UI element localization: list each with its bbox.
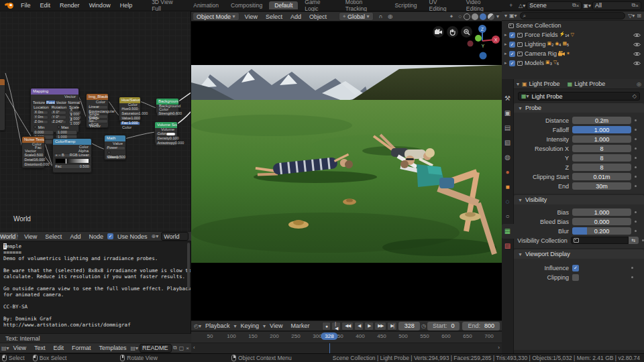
node-menu-select[interactable]: Select: [41, 233, 66, 240]
colorramp-handle[interactable]: [65, 158, 67, 164]
colorramp-fac-value[interactable]: 0.500: [80, 165, 89, 169]
falloff-slider[interactable]: 1.000: [572, 126, 631, 133]
new-collection-icon[interactable]: ⊞: [637, 13, 641, 19]
world-dropdown-icon[interactable]: ▾: [156, 233, 158, 239]
blur-slider[interactable]: 0.200: [572, 227, 631, 235]
chevron-down-icon[interactable]: ▾: [515, 13, 517, 19]
noise-scale-value[interactable]: 0.500: [34, 154, 43, 158]
tab-texture[interactable]: ▨: [502, 239, 514, 253]
animate-dot[interactable]: [631, 267, 633, 269]
volscatter-color-swatch[interactable]: [166, 133, 175, 135]
outliner-row-models[interactable]: ▸ ✓ Models ▣3 ▽6: [502, 58, 644, 68]
node-menu-view[interactable]: View: [20, 233, 41, 240]
transform-orientation-dropdown[interactable]: ⌖ Global ▾: [339, 12, 374, 21]
eye-icon[interactable]: [633, 52, 641, 56]
expander-icon[interactable]: ▸: [504, 60, 509, 66]
chevron-down-icon[interactable]: ▾: [527, 93, 529, 99]
expander-icon[interactable]: ▸: [504, 51, 509, 56]
shading-solid-button[interactable]: [472, 13, 478, 20]
breadcrumb-data[interactable]: Light Probe: [574, 80, 605, 87]
outliner-row-scene-collection[interactable]: Scene Collection: [502, 21, 644, 30]
gizmos-toggle-icon[interactable]: ⌖: [446, 13, 458, 20]
eye-icon[interactable]: [633, 42, 641, 47]
tl-menu-view[interactable]: View: [266, 322, 286, 329]
resolution-z-field[interactable]: 8: [572, 164, 631, 171]
tab-world[interactable]: ●: [502, 165, 514, 180]
close-icon[interactable]: ×: [186, 345, 189, 351]
use-nodes-checkbox[interactable]: ✓: [107, 233, 113, 239]
shading-wireframe-button[interactable]: [464, 13, 470, 20]
menu-help[interactable]: Help: [115, 2, 138, 9]
chevron-down-icon[interactable]: ▾: [632, 13, 635, 19]
world-name-field[interactable]: World: [161, 232, 189, 241]
mode-dropdown[interactable]: Object Mode ▾: [193, 12, 239, 21]
blender-logo-icon[interactable]: [5, 3, 13, 9]
env-color-space[interactable]: Color Sp... sRGB: [87, 119, 108, 124]
animate-dot[interactable]: [635, 230, 637, 232]
text-menu-edit[interactable]: Edit: [49, 345, 68, 351]
tab-render[interactable]: ▣: [502, 106, 514, 121]
navigation-gizmo[interactable]: Z X Y: [465, 23, 500, 61]
noise-detail-value[interactable]: 16.000: [34, 158, 46, 162]
distance-field[interactable]: 0.2m: [572, 117, 631, 124]
breadcrumb-object[interactable]: Light Probe: [529, 80, 560, 87]
view-layer-dropdown-icon[interactable]: ▾: [588, 3, 591, 9]
viewport-3d[interactable]: Z X Y: [191, 21, 502, 320]
node-colorramp[interactable]: ColorRamp Color Alpha + − BRGB Linear Fa…: [52, 138, 92, 173]
collection-checkbox[interactable]: ✓: [509, 60, 515, 66]
menu-file[interactable]: File: [16, 2, 36, 9]
overlays-toggle-icon[interactable]: ◌: [457, 13, 463, 19]
play-button[interactable]: ▶: [364, 322, 374, 330]
chevron-down-icon[interactable]: ▾: [517, 81, 519, 87]
use-nodes-label[interactable]: Use Nodes: [113, 233, 152, 240]
menu-edit[interactable]: Edit: [36, 2, 56, 9]
expander-icon[interactable]: ▸: [504, 42, 509, 47]
animate-dot[interactable]: [635, 166, 637, 168]
mapping-tab-normal[interactable]: Normal: [67, 100, 80, 105]
math-clamp-checkbox[interactable]: [107, 151, 111, 154]
node-volume-scatter[interactable]: Volume Scatter Volume Color Density0.100…: [154, 121, 178, 144]
colorramp-interpolation[interactable]: RGB Linear: [70, 154, 89, 158]
animate-dot[interactable]: [635, 176, 637, 178]
outliner-row-force-fields[interactable]: ▸ ✓ Force Fields ⚡14 ▽: [502, 30, 644, 40]
pan-hand-icon[interactable]: [447, 26, 458, 38]
viewport-display-panel-header[interactable]: ▼ Viewport Display: [514, 249, 644, 259]
animate-dot[interactable]: [635, 119, 637, 121]
bleed-bias-field[interactable]: 0.000: [572, 218, 631, 225]
text-menu-text[interactable]: Text: [30, 345, 50, 351]
tab-constraints[interactable]: ○: [502, 209, 514, 224]
view-layer-close-icon[interactable]: ×: [635, 3, 639, 9]
play-reverse-button[interactable]: ◀: [354, 322, 364, 330]
colorramp-controls[interactable]: + − B: [56, 154, 64, 158]
mapping-rot-z[interactable]: Z 240°: [50, 120, 66, 125]
collection-checkbox[interactable]: ✓: [509, 32, 515, 38]
node-background[interactable]: Background Background Color Strength0.60…: [156, 98, 179, 114]
tl-menu-playback[interactable]: Playback: [201, 322, 234, 329]
workspace-tab-add[interactable]: +: [504, 1, 518, 9]
text-editor[interactable]: Temple ====== Demo of volumetrics lighti…: [0, 241, 191, 333]
mapping-tab-point[interactable]: Point: [46, 100, 56, 105]
scene-selector[interactable]: Scene ⧉ ×: [527, 1, 582, 10]
outliner[interactable]: Scene Collection ▸ ✓ Force Fields ⚡14 ▽ …: [502, 21, 644, 79]
text-editor-scrollbar[interactable]: [187, 243, 190, 290]
outliner-row-camera-rig[interactable]: ▸ ✓ Camera Rig ✶: [502, 49, 644, 58]
shading-rendered-button[interactable]: [488, 13, 494, 20]
node-menu-node[interactable]: Node: [85, 233, 107, 240]
workspace-tab-default-active[interactable]: Default: [269, 1, 298, 9]
shader-node-editor[interactable]: Mapping Vector Texture Point Vector Norm…: [0, 11, 191, 231]
tl-menu-keying[interactable]: Keying: [237, 322, 264, 329]
menu-window[interactable]: Window: [85, 2, 115, 9]
animate-dot[interactable]: [635, 138, 637, 140]
editor-type-icon[interactable]: ▤: [1, 345, 7, 351]
shading-lookdev-button[interactable]: [480, 13, 486, 20]
frame-end-field[interactable]: End:800: [462, 322, 500, 330]
tab-object-data-active[interactable]: ▦: [502, 224, 514, 239]
chevron-down-icon[interactable]: ▾: [504, 13, 507, 19]
text-menu-templates[interactable]: Templates: [95, 345, 130, 351]
influence-checkbox[interactable]: ✓: [572, 265, 579, 272]
node-math[interactable]: Math Value Power Clamp Value1.500: [104, 135, 126, 160]
tab-object[interactable]: ■: [502, 180, 514, 194]
animate-dot[interactable]: [635, 129, 637, 131]
animate-dot[interactable]: [635, 185, 637, 187]
jump-to-start-button[interactable]: |◀: [331, 322, 341, 330]
